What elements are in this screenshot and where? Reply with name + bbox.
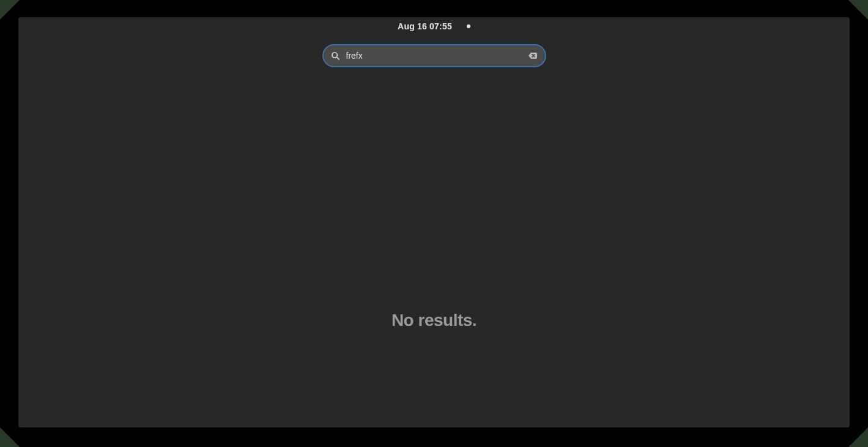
clock[interactable]: Aug 16 07:55 <box>398 21 452 31</box>
no-results-message: No results. <box>391 311 477 330</box>
top-bar: Aug 16 07:55 <box>18 17 850 35</box>
svg-line-1 <box>336 57 338 59</box>
corner-decoration <box>0 0 20 20</box>
corner-decoration <box>848 0 868 20</box>
search-input[interactable] <box>346 51 528 61</box>
search-box[interactable] <box>322 44 546 67</box>
search-icon <box>331 51 340 61</box>
activities-overview: Aug 16 07:55 No results. <box>18 17 850 427</box>
screen-frame: Aug 16 07:55 No results. <box>0 0 868 447</box>
corner-decoration <box>848 427 868 447</box>
clear-search-icon[interactable] <box>528 51 538 61</box>
corner-decoration <box>0 427 20 447</box>
svg-point-0 <box>332 52 336 57</box>
search-results-area: No results. <box>391 311 477 330</box>
status-indicator-icon[interactable] <box>467 24 470 28</box>
